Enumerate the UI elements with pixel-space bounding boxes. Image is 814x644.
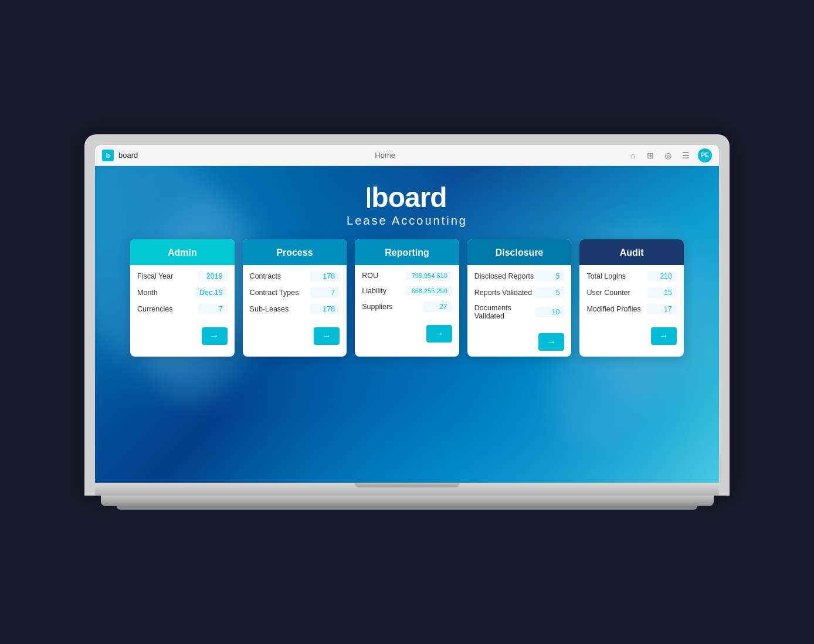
laptop-foot [117,506,697,510]
audit-row-modified-profiles: Modified Profiles 17 [586,304,677,314]
modified-profiles-label: Modified Profiles [586,305,640,313]
liability-value: 668,255,290 [405,286,452,296]
disclosed-reports-label: Disclosed Reports [474,272,534,280]
process-row-contract-types: Contract Types 7 [250,287,340,298]
disclosure-arrow-button[interactable]: → [538,333,564,351]
liability-label: Liability [362,287,386,295]
modified-profiles-value: 17 [647,304,677,314]
laptop-base [95,483,719,496]
disclosure-card: Disclosure Disclosed Reports 5 Reports V… [467,239,572,357]
reporting-card-body: ROU 796,954,610 Liability 668,255,290 Su… [355,265,459,323]
admin-card-header: Admin [130,239,235,265]
total-logins-value: 210 [647,271,677,282]
screen-content: board Lease Accounting Admin Fiscal Year [95,166,719,483]
total-logins-label: Total Logins [586,272,626,280]
process-arrow-button[interactable]: → [314,327,340,345]
process-card-body: Contracts 178 Contract Types 7 Sub-Lease… [243,265,347,325]
audit-card: Audit Total Logins 210 User Counter 15 [579,239,684,357]
suppliers-label: Suppliers [362,303,392,311]
hero-subtitle: Lease Accounting [347,214,467,228]
admin-row-month: Month Dec.19 [137,287,228,298]
admin-arrow-button[interactable]: → [202,327,228,345]
laptop-bottom [101,496,714,506]
reporting-card: Reporting ROU 796,954,610 Liability 668,… [355,239,459,357]
cursor-icon [367,187,370,208]
user-avatar[interactable]: PE [698,148,712,162]
suppliers-value: 27 [423,301,452,312]
user-counter-label: User Counter [586,289,630,297]
process-card: Process Contracts 178 Contract Types 7 [243,239,347,357]
home-icon[interactable]: ⌂ [628,150,638,161]
admin-card: Admin Fiscal Year 2019 Month Dec.19 [130,239,235,357]
currencies-value: 7 [198,304,228,314]
fiscal-year-value: 2019 [198,271,228,282]
currencies-label: Currencies [137,305,172,313]
rou-value: 796,954,610 [405,271,452,280]
disclosure-card-footer: → [467,331,572,357]
browser-url: Home [147,151,623,160]
reports-validated-label: Reports Validated [474,289,532,297]
menu-icon[interactable]: ☰ [680,150,691,161]
disclosure-card-header: Disclosure [467,239,572,265]
browser-brand: board [118,151,138,160]
hero-section: board Lease Accounting [95,166,719,239]
browser-bar: b board Home ⌂ ⊞ ◎ ☰ PE [95,145,719,166]
chat-icon[interactable]: ◎ [663,150,673,161]
admin-row-currencies: Currencies 7 [137,304,228,314]
reporting-card-footer: → [355,323,459,348]
process-row-sub-leases: Sub-Leases 178 [250,304,340,314]
sub-leases-label: Sub-Leases [250,305,289,313]
audit-row-user-counter: User Counter 15 [586,287,677,298]
contracts-label: Contracts [250,272,281,280]
disclosed-reports-value: 5 [535,271,564,282]
disclosure-card-body: Disclosed Reports 5 Reports Validated 5 … [467,265,572,331]
audit-card-footer: → [579,325,684,351]
documents-validated-label: Documents Validated [474,304,535,320]
audit-card-header: Audit [579,239,684,265]
contract-types-label: Contract Types [250,289,299,297]
cards-container: Admin Fiscal Year 2019 Month Dec.19 [95,239,719,357]
admin-card-body: Fiscal Year 2019 Month Dec.19 Currencies… [130,265,235,325]
audit-card-body: Total Logins 210 User Counter 15 Modifie… [579,265,684,325]
reporting-card-header: Reporting [355,239,459,265]
reports-validated-value: 5 [535,287,564,298]
process-card-footer: → [243,325,347,351]
board-logo-icon: b [102,150,114,161]
admin-card-footer: → [130,325,235,351]
admin-row-fiscal-year: Fiscal Year 2019 [137,271,228,282]
fiscal-year-label: Fiscal Year [137,272,173,280]
audit-arrow-button[interactable]: → [651,327,677,345]
audit-row-logins: Total Logins 210 [586,271,677,282]
bookmark-icon[interactable]: ⊞ [645,150,656,161]
process-card-header: Process [243,239,347,265]
reporting-arrow-button[interactable]: → [426,325,452,343]
contract-types-value: 7 [310,287,340,298]
process-row-contracts: Contracts 178 [250,271,340,282]
month-label: Month [137,289,158,297]
browser-icon-group: ⌂ ⊞ ◎ ☰ PE [628,148,712,162]
sub-leases-value: 178 [310,304,340,314]
laptop-screen: b board Home ⌂ ⊞ ◎ ☰ PE [95,145,719,483]
user-counter-value: 15 [647,287,677,298]
disclosure-row-disclosed: Disclosed Reports 5 [474,271,565,282]
disclosure-row-validated: Reports Validated 5 [474,287,565,298]
reporting-row-rou: ROU 796,954,610 [362,271,452,280]
laptop-wrapper: b board Home ⌂ ⊞ ◎ ☰ PE [84,134,730,510]
hero-logo-text: board [371,184,446,212]
documents-validated-value: 10 [535,307,564,317]
month-value: Dec.19 [195,287,228,298]
disclosure-row-documents: Documents Validated 10 [474,304,565,320]
laptop-bezel: b board Home ⌂ ⊞ ◎ ☰ PE [84,134,730,496]
rou-label: ROU [362,272,378,280]
laptop-hinge [354,483,460,487]
reporting-row-liability: Liability 668,255,290 [362,286,452,296]
reporting-row-suppliers: Suppliers 27 [362,301,452,312]
contracts-value: 178 [310,271,340,282]
